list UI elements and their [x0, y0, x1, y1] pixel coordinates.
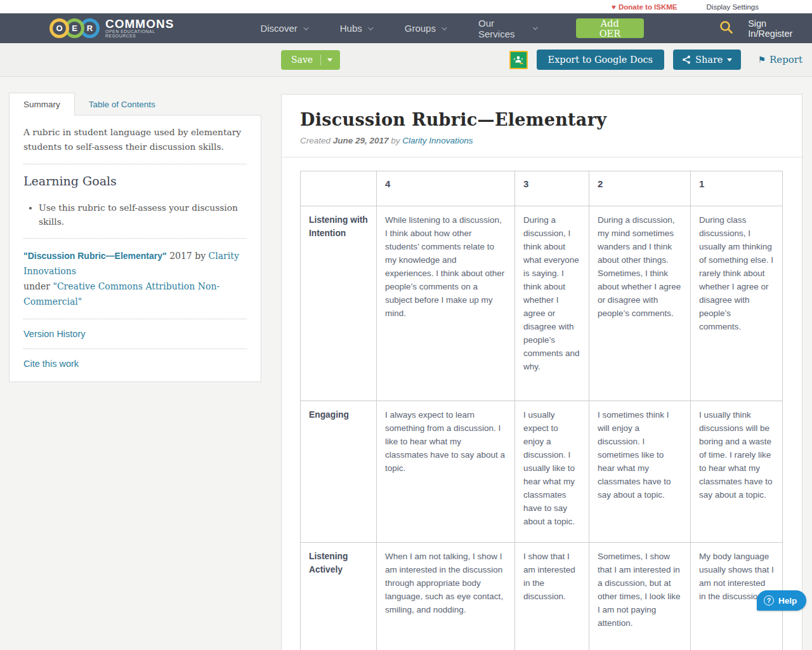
search-button[interactable]	[719, 20, 734, 37]
rubric-table: 4 3 2 1 Listening with Intention While l…	[300, 171, 783, 650]
help-label: Help	[778, 596, 797, 606]
license-under-label: under	[23, 281, 53, 291]
save-button[interactable]: Save	[281, 50, 340, 70]
oer-commons-logo[interactable]: O E R COMMONS OPEN EDUCATIONAL RESOURCES	[49, 18, 184, 38]
license-resource-title-link[interactable]: "Discussion Rubric—Elementary"	[23, 251, 167, 261]
logo-letter-o: O	[49, 18, 69, 38]
summary-panel: A rubric in student language used by ele…	[9, 115, 261, 382]
divider	[320, 55, 321, 65]
row-label-listening-with-intention: Listening with Intention	[301, 206, 377, 401]
sidebar-tabs: Summary Table of Contents	[9, 93, 261, 116]
rubric-cell: During class discussions, I usually am t…	[691, 206, 783, 401]
add-oer-button[interactable]: Add OER	[576, 18, 645, 38]
rubric-header-row: 4 3 2 1	[301, 171, 783, 206]
nav-item-hubs[interactable]: Hubs	[340, 23, 372, 34]
main-nav: O E R COMMONS OPEN EDUCATIONAL RESOURCES…	[0, 13, 812, 43]
caret-down-icon	[327, 58, 332, 62]
export-google-docs-button[interactable]: Export to Google Docs	[537, 50, 664, 70]
nav-item-label: Hubs	[340, 23, 362, 34]
caret-down-icon	[727, 58, 732, 62]
logo-title: COMMONS	[105, 18, 184, 29]
rubric-header-4: 4	[377, 171, 515, 206]
nav-item-label: Groups	[405, 23, 436, 34]
nav-items: Discover Hubs Groups Our Services	[260, 18, 536, 39]
author-link[interactable]: Clarity Innovations	[402, 136, 473, 145]
rubric-cell: When I am not talking, I show I am inter…	[377, 543, 515, 650]
signin-link[interactable]: Sign In/Register	[748, 18, 812, 39]
row-label-listening-actively: Listening Actively	[301, 543, 377, 650]
utility-bar: ♥Donate to ISKME Display Settings	[0, 0, 812, 13]
logo-circles: O E R	[49, 18, 100, 38]
rubric-header-3: 3	[515, 171, 589, 206]
question-mark-icon: ?	[764, 595, 774, 606]
report-label: Report	[769, 54, 802, 65]
table-row: Listening with Intention While listening…	[301, 206, 783, 401]
nav-item-label: Our Services	[478, 18, 527, 39]
resource-description: A rubric in student language used by ele…	[23, 125, 247, 154]
donate-link[interactable]: ♥Donate to ISKME	[612, 3, 677, 11]
rubric-cell: During a discussion, I think about what …	[515, 206, 589, 401]
divider	[23, 319, 247, 319]
learning-goal-item: Use this rubric to self-assess your disc…	[39, 201, 247, 229]
save-label: Save	[291, 55, 313, 65]
version-history-link[interactable]: Version History	[23, 329, 247, 339]
cite-this-work-link[interactable]: Cite this work	[23, 359, 247, 369]
rubric-header-empty	[301, 171, 377, 206]
help-button[interactable]: ? Help	[757, 590, 806, 611]
rubric-header-1: 1	[691, 171, 783, 206]
sidebar: Summary Table of Contents A rubric in st…	[9, 93, 261, 382]
heart-icon: ♥	[612, 3, 616, 11]
rubric-cell: I always expect to learn something from …	[377, 401, 515, 543]
chevron-down-icon	[368, 25, 373, 30]
rubric-cell: I usually think discussions will be bori…	[691, 401, 783, 543]
divider	[23, 348, 247, 349]
rubric-cell: While listening to a discussion, I think…	[377, 206, 515, 401]
created-label: Created	[300, 136, 333, 145]
toolbar-right: Export to Google Docs Share ⚑ Report	[509, 50, 802, 70]
tab-summary[interactable]: Summary	[9, 93, 75, 116]
nav-item-groups[interactable]: Groups	[405, 23, 445, 34]
chevron-down-icon	[303, 25, 308, 30]
google-classroom-icon	[512, 55, 525, 65]
by-label: by	[389, 136, 403, 145]
chevron-down-icon	[533, 25, 538, 30]
logo-subtitle: OPEN EDUCATIONAL RESOURCES	[105, 29, 184, 38]
rubric-cell: I usually expect to enjoy a discussion. …	[515, 401, 589, 543]
rubric-header-2: 2	[589, 171, 691, 206]
display-settings-link[interactable]: Display Settings	[707, 3, 759, 11]
license-year-by: 2017 by	[167, 251, 209, 261]
page-title: Discussion Rubric—Elementary	[300, 110, 783, 129]
table-row: Listening Actively When I am not talking…	[301, 543, 783, 650]
nav-item-our-services[interactable]: Our Services	[478, 18, 537, 39]
title-block: Discussion Rubric—Elementary Created Jun…	[282, 95, 802, 157]
nav-item-label: Discover	[260, 23, 297, 34]
license-attribution: "Discussion Rubric—Elementary" 2017 by C…	[23, 248, 247, 309]
resource-toolbar: Save Export to Google Docs Share ⚑ Repor…	[0, 43, 812, 77]
main-content-panel: Discussion Rubric—Elementary Created Jun…	[281, 94, 802, 650]
share-label: Share	[695, 55, 723, 65]
share-icon	[682, 55, 691, 64]
rubric-cell: I sometimes think I will enjoy a discuss…	[589, 401, 691, 543]
table-row: Engaging I always expect to learn someth…	[301, 401, 783, 543]
report-button[interactable]: ⚑ Report	[757, 54, 802, 65]
learning-goals-heading: Learning Goals	[23, 174, 247, 188]
divider	[23, 164, 247, 164]
chevron-down-icon	[442, 25, 447, 30]
rubric-table-wrap: 4 3 2 1 Listening with Intention While l…	[282, 157, 802, 650]
logo-text: COMMONS OPEN EDUCATIONAL RESOURCES	[105, 18, 184, 38]
learning-goals-list: Use this rubric to self-assess your disc…	[39, 201, 247, 229]
rubric-cell: Sometimes, I show that I am interested i…	[589, 543, 691, 650]
export-label: Export to Google Docs	[548, 55, 653, 65]
created-date: June 29, 2017	[333, 136, 389, 145]
share-button[interactable]: Share	[673, 50, 741, 70]
google-classroom-button[interactable]	[509, 51, 528, 69]
toolbar-inner: Save Export to Google Docs Share ⚑ Repor…	[281, 43, 802, 76]
rubric-cell: During a discussion, my mind sometimes w…	[589, 206, 691, 401]
created-line: Created June 29, 2017 by Clarity Innovat…	[300, 136, 783, 145]
search-icon	[719, 20, 734, 35]
rubric-cell: I show that I am interested in the discu…	[515, 543, 589, 650]
nav-item-discover[interactable]: Discover	[260, 23, 306, 34]
tab-table-of-contents[interactable]: Table of Contents	[75, 93, 169, 116]
divider	[23, 238, 247, 239]
license-link[interactable]: "Creative Commons Attribution Non-Commer…	[23, 281, 219, 307]
